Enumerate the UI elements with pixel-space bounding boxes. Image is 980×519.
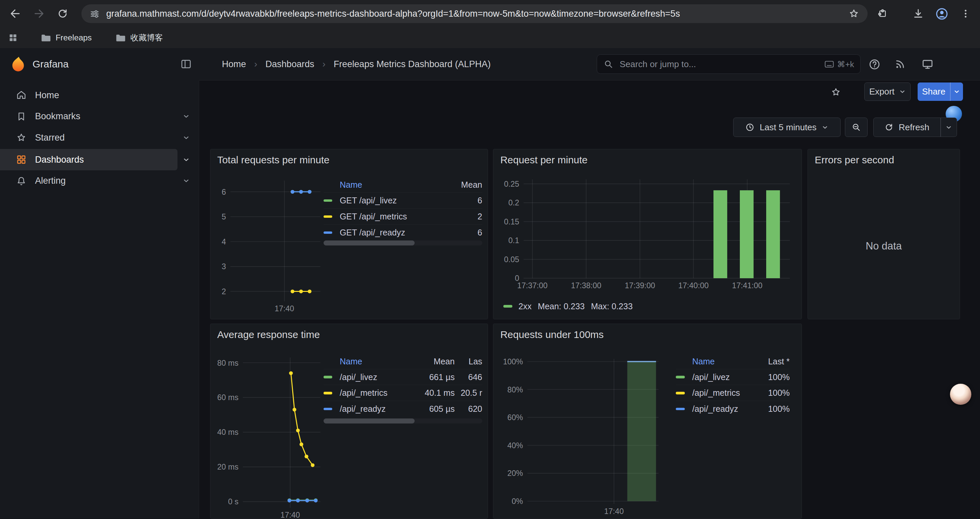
chevron-down-icon [899,88,906,95]
rss-icon[interactable] [894,58,907,70]
share-button[interactable]: Share [918,83,963,101]
panel-title[interactable]: Average response time [217,329,320,340]
chevron-down-icon[interactable] [183,134,190,141]
panel-title[interactable]: Requests under 100ms [500,329,604,340]
chevron-down-icon[interactable] [183,113,190,120]
bookmarks-bar: Freeleaps 收藏博客 [0,27,980,48]
bookmark-folder-blog[interactable]: 收藏博客 [110,30,168,45]
legend-row[interactable]: GET /api/_readyz6 [323,224,482,241]
line-chart[interactable]: 6543217:40 [214,174,324,319]
legend-row[interactable]: /api/_metrics100% [676,385,789,401]
search-input[interactable] [619,58,819,70]
forward-icon[interactable] [32,6,47,21]
sidebar-item-home[interactable]: Home [0,85,177,106]
chevron-down-icon[interactable] [183,177,190,184]
legend-inline[interactable]: 2xx Mean: 0.233 Max: 0.233 [503,300,632,313]
legend-row[interactable]: GET /api/_livez6 [323,192,482,208]
svg-text:80%: 80% [508,385,523,394]
site-controls-icon[interactable] [89,9,100,19]
svg-text:17:40: 17:40 [604,507,624,516]
panel-title[interactable]: Errors per second [815,154,894,166]
svg-text:0 s: 0 s [228,498,239,506]
export-button[interactable]: Export [864,83,911,101]
svg-text:0.15: 0.15 [504,217,519,226]
monitor-icon[interactable] [921,58,934,70]
svg-text:0%: 0% [512,497,523,506]
bookmark-folder-freeleaps[interactable]: Freeleaps [36,30,97,45]
breadcrumb-separator: › [322,59,325,69]
url-bar[interactable]: grafana.mathmast.com/d/deytv4rwavabkb/fr… [81,4,868,23]
time-range-picker[interactable]: Last 5 minutes [733,118,841,137]
legend-row[interactable]: /api/_readyz605 µs620 [323,401,482,417]
legend-row[interactable]: GET /api/_metrics2 [323,208,482,224]
legend-row[interactable]: /api/_livez100% [676,369,789,385]
series-color-swatch [323,408,332,410]
refresh-interval-dropdown[interactable] [941,124,957,131]
svg-text:100%: 100% [503,357,523,366]
sidebar-item-alerting[interactable]: Alerting [0,170,177,192]
back-icon[interactable] [7,6,22,21]
legend-row[interactable]: /api/_readyz100% [676,401,789,417]
panel-avg-response-time: Average response time 80 ms60 ms40 ms20 … [210,324,488,519]
series-mean: Mean: 0.233 [538,302,585,311]
download-icon[interactable] [911,6,926,21]
svg-text:0.25: 0.25 [504,180,519,188]
svg-text:0.05: 0.05 [504,255,519,264]
bar-chart[interactable]: 100%80%60%40%20%0%17:40 [497,350,678,519]
folder-icon [41,33,51,42]
sidebar-item-starred[interactable]: Starred [0,127,177,148]
browser-menu-icon[interactable] [958,6,973,21]
refresh-button[interactable]: Refresh [873,118,957,137]
scrollbar-thumb[interactable] [323,418,415,423]
dock-menu-icon[interactable] [180,58,192,70]
svg-text:60 ms: 60 ms [217,393,239,402]
scrollbar-thumb[interactable] [323,241,415,246]
series-color-swatch [676,408,684,410]
svg-text:17:37:00: 17:37:00 [517,281,547,290]
chevron-down-icon[interactable] [183,156,190,163]
reload-icon[interactable] [55,6,70,21]
breadcrumb-dashboards[interactable]: Dashboards [266,59,314,69]
svg-text:20 ms: 20 ms [217,463,239,471]
series-color-swatch [323,392,332,394]
svg-text:17:38:00: 17:38:00 [571,281,601,290]
profile-icon[interactable] [934,6,949,21]
bookmark-star-icon[interactable] [848,8,859,19]
help-icon[interactable] [868,58,881,70]
legend-row[interactable]: /api/_livez661 µs646 [323,369,482,385]
extensions-icon[interactable] [875,6,890,21]
share-menu-button[interactable] [951,88,963,95]
breadcrumb: Home › Dashboards › Freeleaps Metrics Da… [222,48,491,80]
breadcrumb-separator: › [254,59,257,69]
panel-title[interactable]: Total requests per minute [217,154,329,166]
chevron-down-icon [953,88,960,95]
apps-grid-icon[interactable] [8,33,18,43]
series-max: Max: 0.233 [591,302,633,311]
sidebar-item-bookmarks[interactable]: Bookmarks [0,106,177,127]
legend-table: NameLast */api/_livez100%/api/_metrics10… [676,354,789,417]
favorite-star-icon[interactable] [830,87,841,97]
legend-table: NameMeanLas/api/_livez661 µs646/api/_met… [323,354,482,417]
series-color-swatch [323,232,332,234]
line-chart[interactable]: 80 ms60 ms40 ms20 ms0 s17:40 [214,350,324,519]
legend-row[interactable]: /api/_metrics40.1 ms20.5 r [323,385,482,401]
search-box[interactable]: ⌘+k [597,54,861,74]
screen: { "browser": { "url": "grafana.mathmast.… [0,0,980,519]
zoom-out-button[interactable] [845,118,867,137]
panel-title[interactable]: Request per minute [500,154,588,166]
breadcrumb-current[interactable]: Freeleaps Metrics Dashboard (ALPHA) [334,59,491,69]
floating-chat-avatar[interactable] [950,384,971,405]
panel-errors-per-second: Errors per second No data [808,149,960,319]
legend-header: NameMean [323,177,482,192]
bell-icon [16,175,27,187]
browser-toolbar: grafana.mathmast.com/d/deytv4rwavabkb/fr… [0,0,980,27]
svg-text:17:39:00: 17:39:00 [625,281,655,290]
bookmark-label: 收藏博客 [130,32,163,43]
grafana-logo[interactable] [10,56,26,72]
sidebar-item-dashboards[interactable]: Dashboards [0,149,177,170]
svg-text:3: 3 [221,262,226,271]
bar-chart[interactable]: 0.250.20.150.10.05017:37:0017:38:0017:39… [497,174,799,300]
breadcrumb-home[interactable]: Home [222,59,246,69]
panel-total-requests: Total requests per minute 6543217:40 Nam… [210,149,488,319]
apps-icon [16,154,27,165]
